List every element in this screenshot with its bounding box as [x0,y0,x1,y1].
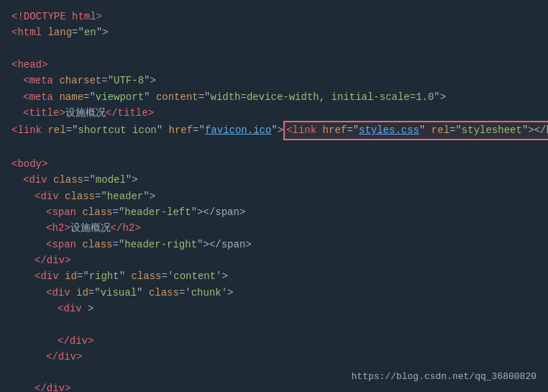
line-div-model: <div class="model"> [12,172,536,188]
line-title: <title>设施概况</title> [12,105,536,121]
doctype-tag: <!DOCTYPE html> [12,9,102,24]
line-2: <html lang="en"> [12,24,536,40]
line-head: <head> [12,57,536,73]
line-div-close-inner: </div> [12,333,536,349]
line-h2: <h2>设施概况</h2> [12,220,536,236]
empty-line-1 [12,41,536,57]
line-span-right: <span class="header-right"></span> [12,237,536,252]
line-span-left: <span class="header-left"></span> [12,204,536,220]
html-open-tag: <html [12,24,47,40]
code-editor: <!DOCTYPE html> <html lang="en"> <head> … [0,0,548,392]
head-tag: <head> [12,57,47,73]
empty-line-3 [12,317,536,333]
line-1: <!DOCTYPE html> [12,9,536,24]
line-div-gt: <div > [12,301,536,316]
line-link: <link rel="shortcut icon" href="favicon.… [12,121,536,140]
highlight-link-box: <link href="styles.css" rel="stylesheet"… [283,121,548,140]
line-div-close-header: </div> [12,252,536,268]
line-div-visual: <div id="visual" class='chunk'> [12,285,536,301]
footer-url-text: https://blog.csdn.net/qq_36800820 [352,371,536,382]
lang-value: en [84,24,96,40]
line-div-right: <div id="right" class='content'> [12,268,536,284]
lang-attr: lang [47,24,72,40]
line-div-header: <div class="header"> [12,188,536,204]
line-meta-charset: <meta charset="UTF-8"> [12,73,536,88]
empty-line-2 [12,140,536,156]
footer-url: https://blog.csdn.net/qq_36800820 [352,370,536,385]
line-div-close-visual: </div> [12,349,536,365]
line-body: <body> [12,156,536,172]
line-meta-viewport: <meta name="viewport" content="width=dev… [12,89,536,105]
